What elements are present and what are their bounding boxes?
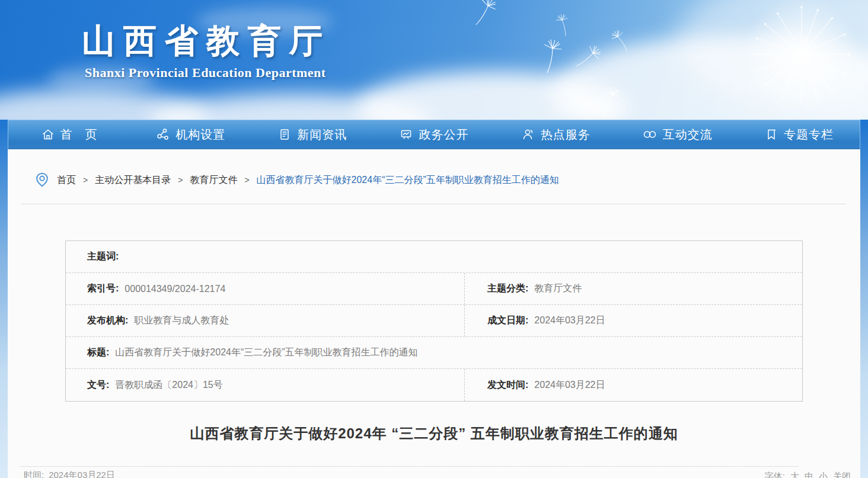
breadcrumb-home-link[interactable]: 首页: [57, 174, 76, 187]
publish-time-row: 时间: 2024年03月22日: [24, 470, 115, 478]
meta-value: 教育厅文件: [534, 283, 582, 295]
meta-value: 2024年03月22日: [534, 315, 605, 327]
meta-label: 标题:: [87, 347, 109, 359]
breadcrumb-documents-link[interactable]: 教育厅文件: [190, 174, 237, 187]
breadcrumb-separator: >: [178, 175, 183, 185]
nav-label: 政务公开: [419, 127, 468, 143]
nav-label: 机构设置: [175, 127, 225, 143]
breadcrumb-current-page[interactable]: 山西省教育厅关于做好2024年“三二分段”五年制职业教育招生工作的通知: [257, 174, 559, 187]
nav-item-services[interactable]: 热点服务: [495, 120, 617, 149]
document-meta-table: 主题词: 索引号: 000014349/2024-12174 主题分类: 教育厅…: [65, 240, 803, 402]
meta-row-index-category: 索引号: 000014349/2024-12174 主题分类: 教育厅文件: [66, 273, 802, 305]
footer-divider: [20, 466, 798, 467]
meta-row-agency-date: 发布机构: 职业教育与成人教育处 成文日期: 2024年03月22日: [66, 305, 802, 337]
meta-row-subject-words: 主题词:: [66, 241, 802, 273]
font-size-large-button[interactable]: 大: [790, 471, 799, 478]
time-label: 时间:: [24, 470, 44, 478]
content-panel: 首页 > 主动公开基本目录 > 教育厅文件 > 山西省教育厅关于做好2024年“…: [8, 149, 860, 478]
font-size-small-button[interactable]: 小: [819, 471, 828, 478]
nav-label: 互动交流: [663, 127, 713, 143]
article-title: 山西省教育厅关于做好2024年 “三二分段” 五年制职业教育招生工作的通知: [8, 424, 860, 443]
main-navigation: 首 页 机构设置 新闻资讯: [8, 120, 860, 149]
nav-label: 新闻资讯: [297, 127, 347, 143]
meta-label: 发布机构:: [87, 315, 128, 327]
meta-field-index-no: 索引号: 000014349/2024-12174: [66, 273, 464, 304]
meta-value: 职业教育与成人教育处: [134, 315, 229, 327]
interaction-icon: [642, 127, 658, 142]
breadcrumb: 首页 > 主动公开基本目录 > 教育厅文件 > 山西省教育厅关于做好2024年“…: [34, 172, 559, 188]
meta-field-doc-title: 标题: 山西省教育厅关于做好2024年“三二分段”五年制职业教育招生工作的通知: [66, 337, 802, 368]
breadcrumb-separator: >: [83, 175, 88, 185]
site-subtitle: Shanxi Provincial Education Department: [85, 65, 326, 81]
font-label: 字体:: [765, 471, 785, 478]
org-structure-icon: [156, 127, 170, 142]
meta-field-issuing-agency: 发布机构: 职业教育与成人教育处: [66, 305, 464, 336]
meta-field-publish-time: 发文时间: 2024年03月22日: [464, 369, 802, 401]
meta-row-title: 标题: 山西省教育厅关于做好2024年“三二分段”五年制职业教育招生工作的通知: [66, 337, 802, 369]
meta-value: 2024年03月22日: [534, 379, 605, 392]
nav-item-interaction[interactable]: 互动交流: [617, 120, 738, 149]
breadcrumb-directory-link[interactable]: 主动公开基本目录: [95, 174, 171, 187]
meta-label: 发文时间:: [487, 379, 528, 392]
meta-label: 主题词:: [87, 251, 119, 263]
meta-value: 山西省教育厅关于做好2024年“三二分段”五年制职业教育招生工作的通知: [115, 347, 417, 359]
meta-row-docno-time: 文号: 晋教职成函〔2024〕15号 发文时间: 2024年03月22日: [66, 369, 802, 401]
site-header-banner: 山西省教育厅 Shanxi Provincial Education Depar…: [0, 0, 868, 120]
nav-item-home[interactable]: 首 页: [8, 120, 130, 149]
meta-label: 索引号:: [87, 283, 119, 295]
nav-item-org-structure[interactable]: 机构设置: [130, 120, 251, 149]
meta-field-doc-no: 文号: 晋教职成函〔2024〕15号: [66, 369, 464, 401]
nav-item-gov-open[interactable]: 政务公开: [373, 120, 494, 149]
meta-label: 成文日期:: [487, 315, 528, 327]
page: 山西省教育厅 Shanxi Provincial Education Depar…: [0, 0, 868, 478]
topics-icon: [764, 127, 778, 142]
meta-field-written-date: 成文日期: 2024年03月22日: [464, 305, 802, 336]
nav-item-topics[interactable]: 专题专栏: [738, 120, 860, 149]
font-size-controls: 字体: 大 中 小 关闭: [765, 471, 851, 478]
site-title: 山西省教育厅: [82, 19, 331, 64]
meta-label: 文号:: [87, 379, 109, 392]
breadcrumb-separator: >: [244, 175, 249, 185]
meta-value: 000014349/2024-12174: [125, 284, 225, 294]
location-pin-icon: [34, 172, 50, 188]
services-icon: [521, 127, 535, 142]
nav-label: 专题专栏: [784, 127, 834, 143]
meta-field-topic-category: 主题分类: 教育厅文件: [464, 273, 802, 304]
meta-field-subject-words: 主题词:: [66, 241, 802, 272]
font-size-medium-button[interactable]: 中: [805, 471, 813, 478]
breadcrumb-divider: [21, 204, 846, 204]
meta-value: 晋教职成函〔2024〕15号: [115, 379, 222, 392]
news-icon: [277, 127, 292, 142]
close-button[interactable]: 关闭: [833, 471, 851, 478]
time-value: 2024年03月22日: [49, 470, 115, 478]
nav-item-news[interactable]: 新闻资讯: [251, 120, 373, 149]
nav-label: 首 页: [60, 127, 98, 143]
home-icon: [41, 127, 55, 142]
gov-open-icon: [399, 127, 413, 142]
meta-label: 主题分类:: [487, 283, 528, 295]
nav-label: 热点服务: [541, 127, 591, 143]
